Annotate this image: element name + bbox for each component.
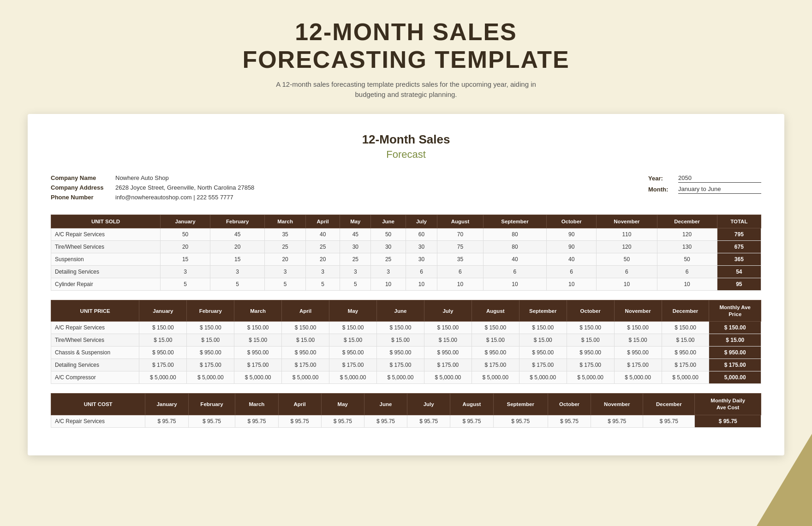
table-cell: 365 — [717, 253, 761, 265]
table-row: Suspension151520202525303540405050365 — [51, 253, 761, 265]
table-cell: 30 — [371, 240, 406, 253]
table-cell: 40 — [547, 253, 597, 265]
th-total-1: TOTAL — [717, 215, 761, 228]
table-cell: $ 150.00 — [567, 322, 614, 334]
table-cell: $ 175.00 — [662, 359, 709, 371]
table-cell: $ 950.00 — [472, 347, 519, 359]
table-cell: 50 — [161, 228, 210, 240]
table-cell: $ 950.00 — [614, 347, 662, 359]
th-nov-1: November — [597, 215, 657, 228]
th-jul-1: July — [406, 215, 437, 228]
table-cell: $ 175.00 — [377, 359, 424, 371]
table-cell: $ 5,000.00 — [282, 371, 329, 384]
th-mar-1: March — [265, 215, 306, 228]
table-row: A/C Repair Services$ 150.00$ 150.00$ 150… — [51, 322, 761, 334]
th-aug-3: August — [450, 394, 493, 415]
table-cell: $ 150.00 — [282, 322, 329, 334]
table-cell: 6 — [597, 265, 657, 278]
doc-title: 12-Month Sales Forecast — [51, 132, 761, 161]
table-cell: 10 — [371, 278, 406, 290]
table-cell: 50 — [657, 253, 717, 265]
table-cell: $ 5,000.00 — [187, 371, 234, 384]
table-cell: Cylinder Repair — [51, 278, 161, 290]
table-cell: 3 — [371, 265, 406, 278]
th-jan-3: January — [145, 394, 188, 415]
table-cell: 50 — [371, 228, 406, 240]
year-label: Year: — [648, 175, 674, 182]
th-dec-3: December — [643, 394, 695, 415]
year-value: 2050 — [678, 174, 761, 183]
table-cell: $ 150.00 — [377, 322, 424, 334]
th-unit-price: UNIT PRICE — [51, 300, 139, 322]
units-sold-table-section: UNIT SOLD January February March April M… — [51, 215, 761, 291]
th-jun-3: June — [364, 394, 407, 415]
table-cell: $ 150.00 — [662, 322, 709, 334]
table-cell: $ 150.00 — [139, 322, 187, 334]
table-row: A/C Repair Services504535404550607080901… — [51, 228, 761, 240]
th-monthly-daily-ave-cost: Monthly DailyAve Cost — [695, 394, 761, 415]
table-cell: $ 950.00 — [234, 347, 282, 359]
table-cell: 95 — [717, 278, 761, 290]
table-cell: 10 — [406, 278, 437, 290]
table-cell: Tire/Wheel Services — [51, 334, 139, 347]
table-cell: $ 175.00 — [424, 359, 472, 371]
table-cell: 70 — [437, 228, 484, 240]
table-cell: $ 15.00 — [139, 334, 187, 347]
table-cell: Detailing Services — [51, 359, 139, 371]
table-cell: 6 — [406, 265, 437, 278]
table-cell: 75 — [437, 240, 484, 253]
th-unit-cost: UNIT COST — [51, 394, 145, 415]
table-cell: $ 175.00 — [139, 359, 187, 371]
table-cell: $ 15.00 — [187, 334, 234, 347]
table-cell: 5 — [306, 278, 340, 290]
th-may-3: May — [321, 394, 364, 415]
th-nov-2: November — [614, 300, 662, 322]
header-subtitle: A 12-month sales forecasting template pr… — [268, 79, 544, 100]
table-cell: 6 — [657, 265, 717, 278]
table-row: Detailing Services$ 175.00$ 175.00$ 175.… — [51, 359, 761, 371]
table-cell: $ 5,000.00 — [139, 371, 187, 384]
table-cell: 45 — [210, 228, 265, 240]
table-cell: $ 950.00 — [377, 347, 424, 359]
table-cell: A/C Repair Services — [51, 322, 139, 334]
table-cell: 10 — [547, 278, 597, 290]
th-mar-3: March — [235, 394, 278, 415]
table-cell: 20 — [210, 240, 265, 253]
units-sold-table: UNIT SOLD January February March April M… — [51, 215, 761, 291]
table-row: Chassis & Suspension$ 950.00$ 950.00$ 95… — [51, 347, 761, 359]
table-cell: 45 — [340, 228, 371, 240]
table-cell: $ 95.75 — [188, 415, 235, 428]
th-aug-1: August — [437, 215, 484, 228]
table-cell: 3 — [161, 265, 210, 278]
table-cell: $ 15.00 — [519, 334, 567, 347]
th-apr-3: April — [278, 394, 321, 415]
year-row: Year: 2050 — [648, 174, 761, 183]
table-cell: $ 15.00 — [614, 334, 662, 347]
table-cell: $ 5,000.00 — [472, 371, 519, 384]
table-cell: 10 — [657, 278, 717, 290]
th-monthly-ave-price: Monthly AvePrice — [709, 300, 761, 322]
table-cell: A/C Compressor — [51, 371, 139, 384]
table-cell: $ 95.75 — [450, 415, 493, 428]
table-cell: 25 — [340, 253, 371, 265]
table-cell: $ 950.00 — [424, 347, 472, 359]
table-cell: $ 95.75 — [321, 415, 364, 428]
th-jan-2: January — [139, 300, 187, 322]
th-apr-1: April — [306, 215, 340, 228]
table-cell: $ 95.75 — [145, 415, 188, 428]
table-row: A/C Compressor$ 5,000.00$ 5,000.00$ 5,00… — [51, 371, 761, 384]
th-may-1: May — [340, 215, 371, 228]
company-name-value: Nowhere Auto Shop — [115, 174, 169, 181]
table-cell: 3 — [265, 265, 306, 278]
table-cell: $ 150.00 — [472, 322, 519, 334]
th-jul-2: July — [424, 300, 472, 322]
unit-price-table-section: UNIT PRICE January February March April … — [51, 300, 761, 384]
table-cell: $ 175.00 — [329, 359, 377, 371]
table-cell: $ 15.00 — [282, 334, 329, 347]
th-dec-1: December — [657, 215, 717, 228]
table-cell: $ 15.00 — [234, 334, 282, 347]
company-address-label: Company Address — [51, 184, 111, 191]
table-row: Tire/Wheel Services$ 15.00$ 15.00$ 15.00… — [51, 334, 761, 347]
table-cell: $ 950.00 — [567, 347, 614, 359]
table-cell: 10 — [437, 278, 484, 290]
